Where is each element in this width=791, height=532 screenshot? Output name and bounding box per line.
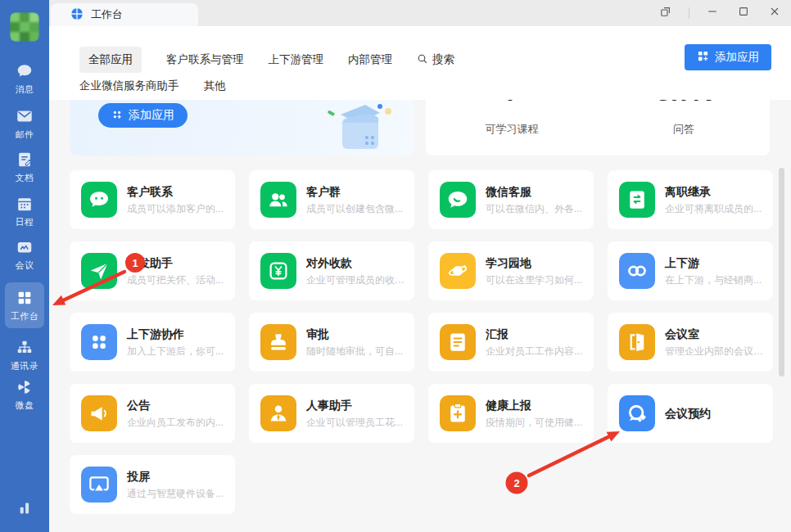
tab-title: 工作台: [91, 7, 123, 22]
nav-search[interactable]: 搜索: [417, 52, 454, 67]
workspace-analytics-icon[interactable]: [0, 499, 49, 517]
app-tile-person[interactable]: 人事助手企业可以管理员工花...: [249, 384, 414, 443]
app-tile-stamp[interactable]: 审批随时随地审批，可自...: [249, 313, 414, 372]
app-tile-yuan[interactable]: 对外收款企业可管理成员的收款...: [249, 241, 414, 300]
titlebar: 工作台: [49, 0, 791, 26]
sidebar-item-chat[interactable]: 消息: [0, 62, 49, 96]
maximize-icon: [737, 5, 750, 21]
search-icon: [417, 53, 428, 67]
mail-icon: [16, 107, 34, 125]
app-tile-transfer[interactable]: 离职继承企业可将离职成员的...: [608, 170, 773, 229]
person-icon: [260, 395, 296, 431]
sidebar-item-label: 邮件: [16, 128, 34, 141]
add-app-icon: [697, 50, 709, 65]
sidebar-item-calendar[interactable]: 日程: [0, 195, 49, 228]
nav-tab-1[interactable]: 全部应用: [79, 47, 142, 73]
app-tile-door[interactable]: 会议室管理企业内部的会议室...: [608, 313, 773, 372]
sidebar-item-doc[interactable]: 文档: [0, 151, 49, 184]
sidebar-item-label: 消息: [16, 83, 34, 96]
service-icon: [440, 182, 476, 218]
close-button[interactable]: [766, 5, 783, 21]
calendar-icon: [16, 195, 34, 213]
app-tile-megaphone[interactable]: 公告企业向员工发布的内...: [70, 384, 235, 443]
nav-tab-label: 搜索: [432, 52, 454, 67]
app-desc: 在上下游，与经销商...: [665, 273, 762, 287]
app-tile-cast[interactable]: 投屏通过与智慧硬件设备...: [70, 455, 235, 514]
app-title: 审批: [306, 327, 403, 341]
app-tile-infinity[interactable]: 上下游在上下游，与经销商...: [608, 241, 773, 300]
stats-card: 7可学习课程3.7K问答: [426, 100, 770, 156]
app-tile-people[interactable]: 客户群成员可以创建包含微...: [249, 170, 414, 229]
popout-button[interactable]: [658, 5, 674, 21]
minimize-icon: [706, 5, 719, 21]
stat-1[interactable]: 7可学习课程: [426, 100, 598, 156]
nav-tab-row2-2[interactable]: 其他: [204, 79, 226, 93]
app-desc: 加入上下游后，你可...: [127, 345, 224, 358]
app-desc: 疫情期间，可使用健...: [486, 416, 582, 430]
app-desc: 管理企业内部的会议室...: [665, 345, 763, 358]
maximize-button[interactable]: [735, 5, 752, 21]
app-tile-fourdots[interactable]: 上下游协作加入上下游后，你可...: [70, 313, 235, 372]
app-tile-report[interactable]: 汇报企业对员工工作内容...: [428, 313, 594, 372]
nav-tab-label: 客户联系与管理: [166, 52, 244, 67]
app-header: 全部应用客户联系与管理上下游管理内部管理搜索 企业微信服务商助手其他 添加应用: [49, 26, 791, 100]
app-tile-wechat[interactable]: 客户联系成员可以添加客户的...: [70, 170, 235, 229]
sidebar-item-drive[interactable]: 微盘: [0, 378, 49, 412]
app-title: 投屏: [127, 469, 224, 484]
app-desc: 通过与智慧硬件设备...: [127, 487, 224, 501]
sidebar-item-label: 文档: [16, 172, 34, 184]
add-app-button[interactable]: 添加应用: [685, 44, 771, 70]
nav-tab-label: 其他: [204, 79, 226, 93]
send-icon: [81, 253, 117, 289]
app-desc: 企业对员工工作内容...: [486, 345, 582, 358]
banner-add-app-button[interactable]: 添加应用: [98, 103, 188, 128]
wechat-icon: [81, 182, 117, 218]
workbench-content: 添加应用 7可学习课程3.7K问答 客户联系成员可以添加客户的...客户群成员可…: [49, 100, 791, 532]
app-title: 离职继承: [665, 184, 762, 199]
app-title: 群发助手: [127, 255, 224, 270]
nav-tab-label: 企业微信服务商助手: [79, 79, 179, 93]
nav-tab-row2-1[interactable]: 企业微信服务商助手: [79, 79, 179, 93]
sidebar: 消息邮件文档日程会议工作台通讯录微盘: [0, 0, 49, 532]
scrollbar-thumb[interactable]: [779, 168, 784, 376]
sidebar-item-grid[interactable]: 工作台: [5, 282, 44, 328]
sidebar-item-label: 会议: [16, 259, 34, 272]
app-tile-clipboard[interactable]: 健康上报疫情期间，可使用健...: [428, 384, 594, 443]
stat-value: 7: [426, 100, 598, 107]
nav-tab-3[interactable]: 上下游管理: [269, 52, 324, 67]
app-tile-planet[interactable]: 学习园地可以在这里学习如何...: [428, 241, 594, 300]
wecom-window: 消息邮件文档日程会议工作台通讯录微盘 工作台 全部应用客户联系与管理上下游管理内…: [0, 0, 791, 532]
app-desc: 企业可以管理员工花...: [306, 416, 403, 430]
minimize-button[interactable]: [704, 5, 721, 21]
app-desc: 成员可以添加客户的...: [127, 202, 224, 216]
app-desc: 随时随地审批，可自...: [306, 345, 403, 358]
sidebar-item-contacts[interactable]: 通讯录: [0, 339, 49, 372]
nav-tab-4[interactable]: 内部管理: [348, 52, 392, 67]
contacts-icon: [16, 339, 34, 357]
people-icon: [260, 182, 296, 218]
app-desc: 成员可把关怀、活动...: [127, 273, 224, 287]
app-title: 客户群: [306, 184, 403, 199]
app-tile-service[interactable]: 微信客服可以在微信内、外各...: [428, 170, 594, 229]
app-tile-send[interactable]: 群发助手成员可把关怀、活动...: [70, 241, 235, 300]
app-title: 客户联系: [127, 184, 224, 199]
sidebar-item-meeting[interactable]: 会议: [0, 238, 49, 272]
tab-workbench[interactable]: 工作台: [51, 3, 198, 26]
transfer-icon: [619, 182, 655, 218]
app-tile-wecomlogo[interactable]: 会议预约: [608, 384, 773, 443]
stat-label: 问答: [598, 122, 770, 137]
report-icon: [440, 324, 476, 360]
app-desc: 可以在微信内、外各...: [486, 202, 582, 216]
clipboard-icon: [440, 395, 476, 431]
door-icon: [619, 324, 655, 360]
app-title: 汇报: [486, 327, 582, 341]
nav-tab-2[interactable]: 客户联系与管理: [166, 52, 244, 67]
megaphone-icon: [81, 395, 117, 431]
stat-2[interactable]: 3.7K问答: [598, 100, 770, 156]
avatar[interactable]: [10, 12, 39, 42]
sidebar-item-label: 日程: [16, 216, 34, 228]
banner-add-label: 添加应用: [129, 108, 174, 123]
sidebar-item-mail[interactable]: 邮件: [0, 107, 49, 141]
infinity-icon: [619, 253, 655, 289]
sidebar-item-label: 微盘: [16, 399, 34, 412]
